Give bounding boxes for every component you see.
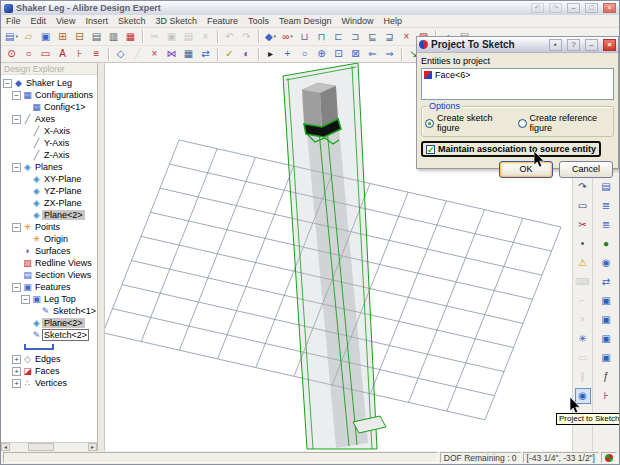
tree-expander-plus-icon[interactable]: + (12, 379, 21, 388)
zoom-in-tool[interactable]: ⊕ (313, 47, 330, 62)
tree-expander-minus-icon[interactable]: − (12, 115, 21, 124)
dialog-pin-button[interactable]: ▪ (549, 39, 562, 51)
radio-unselected-icon[interactable] (518, 119, 527, 128)
tree-item-planes[interactable]: −◈Planes (1, 161, 97, 173)
entity-list-item[interactable]: Face<6> (424, 70, 611, 80)
tree-item-label[interactable]: Z-Axis (42, 150, 72, 160)
entities-listbox[interactable]: Face<6> (421, 68, 614, 100)
scroll-left-icon[interactable]: ◂ (1, 443, 10, 451)
close-button[interactable]: × (603, 3, 616, 13)
scale-tool[interactable]: ◐ (238, 47, 255, 62)
extrude-boss-button[interactable]: ≣ (598, 198, 614, 214)
scrollbar-track[interactable] (10, 443, 88, 451)
view-orientation-front-button[interactable]: ⊔ (296, 29, 313, 44)
tree-item-configurations[interactable]: −▦Configurations (1, 89, 97, 101)
measure-button[interactable]: ∞ (279, 29, 296, 44)
tree-item-sketch-2[interactable]: ✎Sketch<2> (1, 329, 97, 341)
tree-item-label[interactable]: Origin (42, 234, 70, 244)
maintain-association-checkbox-row[interactable]: ✓ Maintain association to source entity (421, 141, 601, 157)
arc-sketch-tool[interactable]: ↷ (575, 179, 591, 195)
scroll-right-icon[interactable]: ▸ (88, 443, 97, 451)
tree-item-surfaces[interactable]: ◗Surfaces (1, 245, 97, 257)
menu-item-help[interactable]: Help (379, 16, 408, 26)
nav-back-button[interactable]: ↶ (531, 3, 544, 13)
menu-item-window[interactable]: Window (337, 16, 379, 26)
open-button[interactable]: ▱ (20, 29, 37, 44)
tree-item-label[interactable]: XY-Plane (42, 174, 83, 184)
tree-item-label[interactable]: Y-Axis (42, 138, 71, 148)
check-design-button[interactable]: ✓ (221, 47, 238, 62)
save-button[interactable]: ▣ (37, 29, 54, 44)
equation-editor-button[interactable]: ƒ (598, 369, 614, 385)
tree-horizontal-scrollbar[interactable]: ◂ ▸ (1, 442, 97, 451)
extrude-cut-button[interactable]: ≣ (598, 217, 614, 233)
select-cursor-tool[interactable]: ▸ (262, 47, 279, 62)
tree-item-config-1[interactable]: ▦Config<1> (1, 101, 97, 113)
tree-item-zx-plane[interactable]: ◈ZX-Plane (1, 197, 97, 209)
tree-item-label[interactable]: Configurations (33, 90, 95, 100)
next-view-button[interactable]: ⇒ (381, 47, 398, 62)
sweep-button[interactable]: ⇄ (598, 274, 614, 290)
zoom-window-tool[interactable]: ⊡ (330, 47, 347, 62)
line-format-tool[interactable]: ≡ (88, 47, 105, 62)
tree-expander-plus-icon[interactable]: + (12, 367, 21, 376)
revolve-cut-button[interactable]: ◉ (598, 255, 614, 271)
tree-item-label[interactable]: Features (33, 282, 73, 292)
tree-item-label[interactable]: Surfaces (33, 246, 73, 256)
tree-item-label[interactable]: Axes (33, 114, 57, 124)
text-tool[interactable]: A (54, 47, 71, 62)
tree-item-label[interactable]: Section Views (33, 270, 93, 280)
tree-item-label[interactable]: Shaker Leg (24, 78, 74, 88)
tree-item-plane-2[interactable]: ◈Plane<2> (1, 209, 97, 221)
view-orientation-back-button[interactable]: ⊓ (313, 29, 330, 44)
tree-item-faces[interactable]: +◪Faces (1, 365, 97, 377)
menu-item-feature[interactable]: Feature (202, 16, 243, 26)
new-part-button[interactable]: ▤ (3, 29, 20, 44)
tree-item-leg-top[interactable]: −▣Leg Top (1, 293, 97, 305)
create-reference-figure-radio[interactable]: Create reference figure (518, 113, 611, 133)
revolve-boss-button[interactable]: ● (598, 236, 614, 252)
tree-item-label[interactable]: Vertices (33, 378, 69, 388)
orbit-tool[interactable]: ○ (296, 47, 313, 62)
remove-view-button[interactable]: × (398, 29, 415, 44)
sketch-notebook-button[interactable]: ▤ (598, 179, 614, 195)
tree-item-label[interactable]: ZX-Plane (42, 198, 84, 208)
tree-item-redline-views[interactable]: ▨Redline Views (1, 257, 97, 269)
tree-expander-minus-icon[interactable]: − (12, 163, 21, 172)
tree-item-sketch-1[interactable]: ✎Sketch<1> (1, 305, 97, 317)
menu-item-insert[interactable]: Insert (80, 16, 113, 26)
tree-item-label[interactable]: X-Axis (42, 126, 72, 136)
dialog-close-button[interactable]: × (603, 39, 616, 51)
dimension-tool-button[interactable]: ⊦ (598, 388, 614, 404)
ellipse-tool[interactable]: ○ (20, 47, 37, 62)
menu-item-team-design[interactable]: Team Design (274, 16, 337, 26)
previous-view-button[interactable]: ⇐ (364, 47, 381, 62)
tree-item-features[interactable]: −▣Features (1, 281, 97, 293)
tree-item-x-axis[interactable]: ╱X-Axis (1, 125, 97, 137)
tree-item-plane-2[interactable]: ◈Plane<2> (1, 317, 97, 329)
menu-item-edit[interactable]: Edit (26, 16, 52, 26)
view-orientation-bottom-button[interactable]: ⊒ (381, 29, 398, 44)
zoom-fit-tool[interactable]: ⊠ (347, 47, 364, 62)
menu-item-tools[interactable]: Tools (243, 16, 274, 26)
export-button[interactable]: ⊟ (71, 29, 88, 44)
tree-expander-minus-icon[interactable]: − (21, 295, 30, 304)
tree-item-yz-plane[interactable]: ◈YZ-Plane (1, 185, 97, 197)
tree-item-y-axis[interactable]: ╱Y-Axis (1, 137, 97, 149)
tree-item-label[interactable]: Plane<2> (42, 318, 85, 328)
cancel-button[interactable]: Cancel (559, 161, 613, 178)
tree-item-label[interactable]: Sketch<2> (42, 329, 89, 341)
minimize-button[interactable]: – (567, 3, 580, 13)
tree-item-z-axis[interactable]: ╱Z-Axis (1, 149, 97, 161)
pan-tool[interactable]: + (279, 47, 296, 62)
menu-item-sketch[interactable]: Sketch (113, 16, 151, 26)
view-orientation-right-button[interactable]: ⊐ (347, 29, 364, 44)
tree-item-axes[interactable]: −╱Axes (1, 113, 97, 125)
sketch-select-tool[interactable]: ⊙ (3, 47, 20, 62)
create-sketch-figure-radio[interactable]: Create sketch figure (425, 113, 518, 133)
radio-selected-icon[interactable] (425, 119, 434, 128)
print-button[interactable]: ▤ (88, 29, 105, 44)
sketch-analysis-warning-button[interactable]: ⚠ (575, 255, 591, 271)
view-cube-button[interactable]: ◆ (262, 29, 279, 44)
tree-item-label[interactable]: Points (33, 222, 62, 232)
